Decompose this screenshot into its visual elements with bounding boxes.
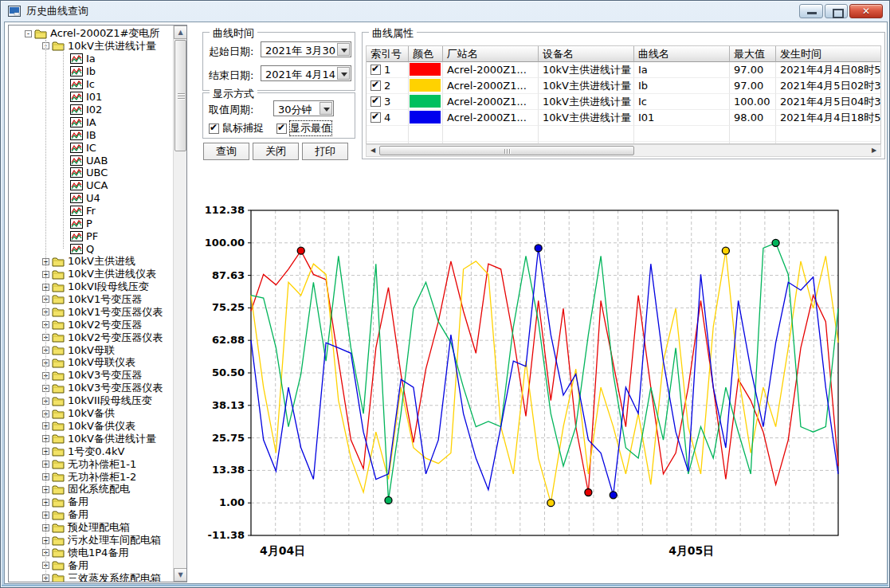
tree-curve-item[interactable]: U4: [9, 192, 100, 205]
table-cell-device[interactable]: 10kV主供进线计量: [539, 62, 634, 78]
table-cell-station[interactable]: Acrel-2000Z1...: [443, 78, 539, 94]
tree-folder-item[interactable]: +预处理配电箱: [9, 521, 130, 534]
tree-curve-item[interactable]: UAB: [9, 154, 108, 167]
table-cell-device[interactable]: 10kV主供进线计量: [539, 94, 634, 110]
scroll-up-icon[interactable]: ▲: [174, 25, 187, 39]
table-cell-color[interactable]: [409, 110, 443, 126]
collapse-icon[interactable]: -: [25, 30, 32, 37]
period-dropdown-icon[interactable]: [320, 102, 332, 115]
checkbox-icon[interactable]: [209, 123, 219, 134]
table-cell-curve[interactable]: Ia: [634, 62, 730, 78]
tree-folder-item[interactable]: +1号变0.4kV: [9, 445, 124, 458]
minimize-button[interactable]: [799, 4, 823, 18]
tree-curve-item[interactable]: IA: [9, 116, 96, 128]
table-header-4[interactable]: 设备名: [539, 46, 634, 62]
tree-folder-item[interactable]: +10kV备供: [9, 407, 115, 420]
end-date-combobox[interactable]: 2021年 4月14: [261, 65, 351, 81]
show-extremes-checkbox[interactable]: 显示最值: [276, 121, 331, 135]
close-button[interactable]: [849, 4, 883, 18]
tree-folder-item[interactable]: +10kV主供进线仪表: [9, 268, 156, 280]
table-header-2[interactable]: 颜色: [409, 46, 443, 62]
table-header-3[interactable]: 厂站名: [443, 46, 539, 62]
tree-curve-item[interactable]: P: [9, 218, 92, 230]
tree-curve-item[interactable]: IC: [9, 141, 96, 154]
tree-folder-item[interactable]: +10kV3号变压器仪表: [9, 382, 163, 394]
tree-folder-item[interactable]: +馈电1P4备用: [9, 547, 128, 559]
period-combobox[interactable]: 30分钟: [273, 100, 334, 116]
table-cell-station[interactable]: Acrel-2000Z1...: [443, 62, 539, 78]
tree-folder-item[interactable]: +无功补偿柜1-1: [9, 458, 136, 471]
tree-folder-item[interactable]: +备用: [9, 508, 88, 521]
tree-curve-item[interactable]: Ib: [9, 65, 96, 78]
tree-folder-item[interactable]: +无功补偿柜1-2: [9, 471, 136, 484]
print-button[interactable]: 打印: [302, 143, 348, 160]
tree-curve-item[interactable]: Ic: [9, 78, 95, 91]
tree-curve-item[interactable]: PF: [9, 229, 98, 242]
max-marker-I01[interactable]: [535, 245, 542, 252]
end-date-dropdown-icon[interactable]: [337, 67, 350, 80]
tree-folder-item[interactable]: +10kV3号变压器: [9, 369, 142, 382]
tree-folder-item[interactable]: +10kV2号变压器仪表: [9, 331, 163, 344]
table-cell-index[interactable]: 3: [367, 94, 409, 110]
tree-folder-item[interactable]: +备用: [9, 496, 88, 508]
maximize-button[interactable]: [825, 4, 848, 18]
min-marker-Ia[interactable]: [585, 489, 592, 496]
tree-folder-item[interactable]: +10kV2号变压器: [9, 319, 142, 331]
table-cell-index[interactable]: 4: [367, 110, 409, 126]
table-cell-curve[interactable]: I01: [634, 110, 730, 126]
tree-folder-item[interactable]: +备用: [9, 559, 88, 572]
table-cell-index[interactable]: 1: [367, 62, 409, 78]
table-cell-curve[interactable]: Ib: [634, 78, 730, 94]
tree-scrollbar[interactable]: ▲ ▼: [173, 25, 186, 582]
table-cell-time[interactable]: 2021年4月4日08时51: [776, 62, 881, 78]
tree-folder-item[interactable]: +10kV母联仪表: [9, 356, 135, 369]
tree-folder-item[interactable]: +固化系统配电: [9, 483, 130, 496]
table-cell-time[interactable]: 2021年4月5日04时30: [776, 94, 881, 110]
tree-folder-item[interactable]: +10kV备供进线计量: [9, 433, 156, 445]
tree-folder-item[interactable]: +10kV备供仪表: [9, 420, 135, 433]
table-cell-station[interactable]: Acrel-2000Z1...: [443, 94, 539, 110]
tree-folder-item[interactable]: +10kVI段母线压变: [9, 280, 149, 293]
tree-folder-item[interactable]: +10kV主供进线: [9, 255, 135, 268]
tree-root-item[interactable]: -Acrel-2000Z1#变电所: [9, 27, 159, 40]
checkbox-icon[interactable]: [276, 123, 287, 134]
table-cell-max[interactable]: 100.00: [730, 94, 776, 110]
row-checkbox-icon[interactable]: [371, 65, 381, 75]
table-cell-device[interactable]: 10kV主供进线计量: [539, 78, 634, 94]
tree-curve-item[interactable]: Ia: [9, 53, 96, 65]
table-cell-max[interactable]: 97.00: [730, 78, 776, 94]
tree-folder-item[interactable]: +10kV1号变压器仪表: [9, 306, 163, 319]
scroll-left-icon[interactable]: ◀: [367, 145, 379, 156]
table-cell-max[interactable]: 98.00: [730, 110, 776, 126]
title-bar[interactable]: 历史曲线查询: [2, 2, 888, 21]
tree-curve-item[interactable]: Fr: [9, 205, 96, 218]
tree-curve-item[interactable]: I02: [9, 103, 102, 116]
start-date-dropdown-icon[interactable]: [337, 43, 350, 56]
table-cell-curve[interactable]: Ic: [634, 94, 730, 110]
row-checkbox-icon[interactable]: [371, 96, 381, 107]
table-cell-station[interactable]: Acrel-2000Z1...: [443, 110, 539, 126]
scroll-right-icon[interactable]: ▶: [868, 145, 880, 156]
table-cell-device[interactable]: 10kV主供进线计量: [539, 110, 634, 126]
close-dialog-button[interactable]: 关闭: [253, 143, 299, 160]
table-cell-time[interactable]: 2021年4月4日18时51: [776, 110, 881, 126]
tree-folder-item[interactable]: +三效蒸发系统配电箱: [9, 572, 161, 582]
tree-group-item[interactable]: -10kV主供进线计量: [9, 40, 156, 53]
scroll-down-icon[interactable]: ▼: [174, 568, 187, 582]
table-cell-color[interactable]: [409, 94, 443, 110]
tree-curve-item[interactable]: Q: [9, 242, 94, 255]
mouse-capture-checkbox[interactable]: 鼠标捕捉: [209, 121, 264, 135]
tree-folder-item[interactable]: +10kV母联: [9, 344, 115, 357]
min-marker-I01[interactable]: [610, 492, 617, 499]
tree-scrollbar-thumb[interactable]: [174, 40, 186, 151]
tree-folder-item[interactable]: +10kVII段母线压变: [9, 394, 152, 407]
min-marker-Ib[interactable]: [547, 500, 555, 507]
tree-curve-item[interactable]: UCA: [9, 179, 108, 192]
table-cell-max[interactable]: 97.00: [730, 62, 776, 78]
query-button[interactable]: 查询: [203, 143, 249, 160]
min-marker-Ic[interactable]: [385, 496, 392, 504]
max-marker-Ia[interactable]: [297, 247, 304, 254]
max-marker-Ib[interactable]: [722, 247, 729, 254]
table-scrollbar-thumb[interactable]: [379, 146, 634, 155]
tree-folder-item[interactable]: +污水处理车间配电箱: [9, 534, 161, 547]
